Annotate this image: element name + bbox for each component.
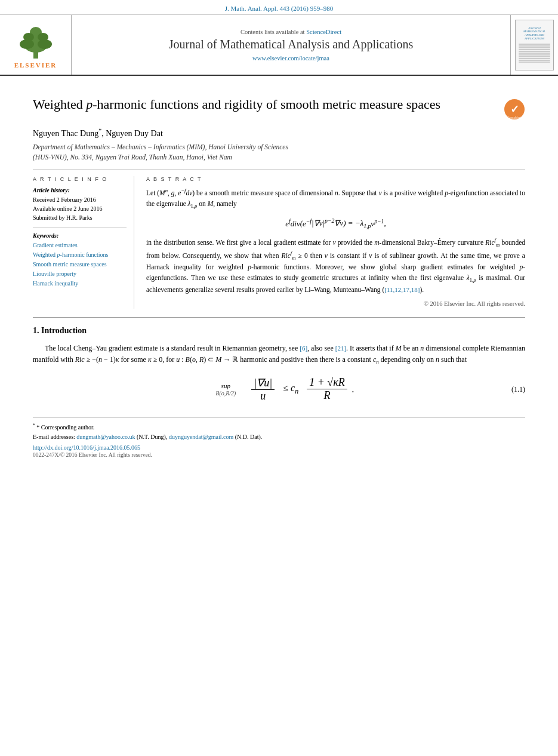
authors-line: Nguyen Thac Dung*, Nguyen Duy Dat	[33, 127, 525, 139]
email-2-name: (N.D. Dat).	[235, 434, 263, 440]
email-1-link[interactable]: dungmath@yahoo.co.uk	[76, 434, 135, 440]
keywords-label: Keywords:	[33, 232, 127, 239]
history-label: Article history:	[33, 187, 127, 193]
svg-text:CrossMark: CrossMark	[507, 116, 522, 119]
contents-text: Contents lists available at	[241, 29, 305, 35]
svg-point-7	[38, 33, 48, 41]
journal-reference-bar: J. Math. Anal. Appl. 443 (2016) 959–980	[0, 0, 558, 15]
introduction-heading: 1. Introduction	[33, 326, 525, 336]
section-divider-1	[33, 317, 525, 318]
crossmark-icon: ✓ CrossMark	[504, 99, 525, 120]
journal-cover-thumbnail: Journal ofMATHEMATICALANALYSIS ANDAPPLIC…	[515, 20, 554, 70]
affiliation-line1: Department of Mathematics – Mechanics – …	[33, 143, 288, 150]
introduction-section: 1. Introduction The local Cheng–Yau grad…	[33, 326, 525, 405]
contents-available-line: Contents lists available at ScienceDirec…	[241, 29, 341, 35]
elsevier-brand-text: ELSEVIER	[14, 62, 57, 69]
footnote-corresponding: * * Corresponding author.	[33, 422, 525, 432]
keyword-2[interactable]: Weighted p-harmonic functions	[33, 250, 127, 260]
received-date: Received 2 February 2016	[33, 195, 127, 204]
submitted-by: Submitted by H.R. Parks	[33, 213, 127, 222]
info-divider	[33, 227, 127, 228]
article-info-heading: A R T I C L E I N F O	[33, 176, 127, 182]
article-info-column: A R T I C L E I N F O Article history: R…	[33, 176, 134, 309]
intro-paragraph-1: The local Cheng–Yau gradient estimate is…	[33, 343, 525, 367]
journal-url[interactable]: www.elsevier.com/locate/jmaa	[252, 55, 329, 62]
email-label: E-mail addresses:	[33, 434, 75, 440]
doi-line[interactable]: http://dx.doi.org/10.1016/j.jmaa.2016.05…	[33, 444, 525, 451]
section-number: 1. Introduction	[33, 326, 87, 335]
elsevier-logo: ELSEVIER	[12, 21, 60, 69]
page: J. Math. Anal. Appl. 443 (2016) 959–980 …	[0, 0, 558, 756]
footnote-emails: E-mail addresses: dungmath@yahoo.co.uk (…	[33, 432, 525, 442]
affiliation: Department of Mathematics – Mechanics – …	[33, 142, 525, 163]
svg-point-6	[23, 33, 34, 41]
sciencedirect-link[interactable]: ScienceDirect	[306, 29, 341, 35]
available-online-date: Available online 2 June 2016	[33, 204, 127, 213]
journal-header-center: Contents lists available at ScienceDirec…	[72, 15, 510, 75]
journal-thumbnail-section: Journal ofMATHEMATICALANALYSIS ANDAPPLIC…	[510, 15, 558, 75]
issn-line: 0022-247X/© 2016 Elsevier Inc. All right…	[33, 452, 525, 458]
keyword-4[interactable]: Liouville property	[33, 269, 127, 279]
affiliation-line2: (HUS-VNU), No. 334, Nguyen Trai Road, Th…	[33, 153, 232, 161]
abstract-heading: A B S T R A C T	[146, 176, 525, 182]
copyright-text: © 2016 Elsevier Inc. All rights reserved…	[146, 299, 525, 309]
abstract-refs-link[interactable]: [11,12,17,18]	[384, 286, 420, 293]
email-2-link[interactable]: duynguyendat@gmail.com	[169, 434, 233, 440]
journal-header: ELSEVIER Contents lists available at Sci…	[0, 15, 558, 76]
keyword-1[interactable]: Gradient estimates	[33, 241, 127, 250]
ref-21-link[interactable]: [21]	[335, 345, 346, 352]
paper-title-span: Weighted p-harmonic functions and rigidi…	[33, 97, 440, 112]
footnote-area: * * Corresponding author. E-mail address…	[33, 417, 525, 458]
abstract-text: Let (Mn, g, e−fdv) be a smooth metric me…	[146, 187, 525, 309]
abstract-formula: efdiv(e−f|∇v|p−2∇v) = −λ1,pvp−1,	[146, 216, 525, 231]
elsevier-tree-icon	[12, 21, 60, 60]
paper-title-text: Weighted p-harmonic functions and rigidi…	[33, 96, 498, 113]
main-content: Weighted p-harmonic functions and rigidi…	[0, 76, 558, 470]
email-1-name: (N.T. Dung),	[137, 434, 167, 440]
doi-link[interactable]: http://dx.doi.org/10.1016/j.jmaa.2016.05…	[33, 444, 140, 451]
journal-reference-text: J. Math. Anal. Appl. 443 (2016) 959–980	[225, 5, 334, 12]
corresponding-author-label: * Corresponding author.	[36, 424, 94, 431]
paper-title-section: Weighted p-harmonic functions and rigidi…	[33, 96, 525, 120]
formula-1-1: sup B(o,R/2) |∇u| u ≤ cn	[33, 375, 525, 405]
journal-title: Journal of Mathematical Analysis and App…	[169, 38, 413, 51]
keyword-3[interactable]: Smooth metric measure spaces	[33, 260, 127, 269]
formula-1-1-block: sup B(o,R/2) |∇u| u ≤ cn	[33, 375, 525, 405]
keyword-5[interactable]: Harnack inequality	[33, 279, 127, 288]
ref-6-link[interactable]: [6]	[300, 345, 307, 352]
formula-number-1-1: (1.1)	[511, 385, 525, 394]
elsevier-logo-section: ELSEVIER	[0, 15, 72, 75]
article-info-abstract-section: A R T I C L E I N F O Article history: R…	[33, 170, 525, 309]
abstract-column: A B S T R A C T Let (Mn, g, e−fdv) be a …	[146, 176, 525, 309]
svg-text:✓: ✓	[510, 103, 519, 115]
